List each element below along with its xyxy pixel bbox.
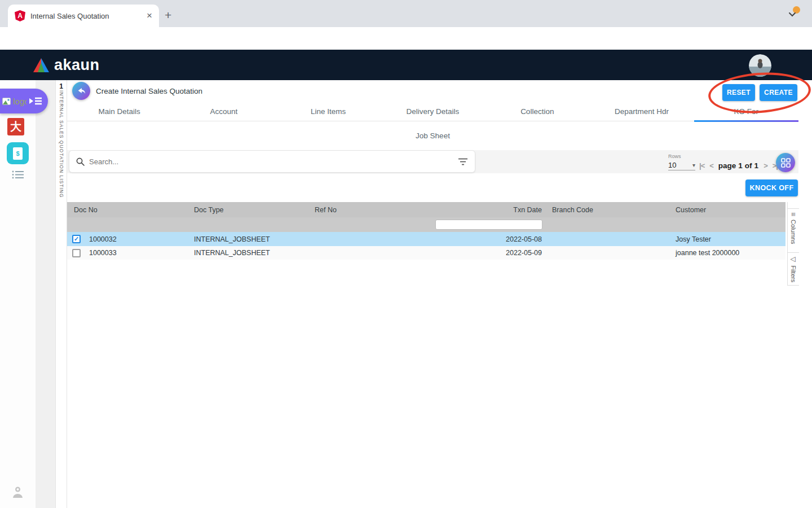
columns-lines-icon: ≡ xyxy=(789,212,797,216)
new-tab-button[interactable]: + xyxy=(165,10,171,21)
col-txn-date[interactable]: Txn Date xyxy=(417,206,545,214)
screen: A Internal Sales Quotation × + akaun.clo… xyxy=(0,0,812,508)
cell-doc-no: 1000032 xyxy=(86,235,192,243)
col-doc-type[interactable]: Doc Type xyxy=(192,206,312,214)
browser-tab-strip: A Internal Sales Quotation × + xyxy=(0,0,812,27)
subtab-job-sheet[interactable]: Job Sheet xyxy=(67,132,798,140)
filters-funnel-icon: ▽ xyxy=(789,257,797,262)
tab-line-items[interactable]: Line Items xyxy=(276,105,381,121)
grid-view-button[interactable] xyxy=(776,153,795,172)
next-page-icon[interactable]: > xyxy=(764,161,767,170)
browser-tab[interactable]: A Internal Sales Quotation × xyxy=(8,5,159,27)
table-filter-row xyxy=(67,217,785,232)
col-branch-code[interactable]: Branch Code xyxy=(545,206,671,214)
app-navbar: akaun xyxy=(0,50,812,80)
user-avatar[interactable] xyxy=(749,54,771,77)
back-circle-button[interactable] xyxy=(72,82,90,100)
tab-ko-for[interactable]: KO For xyxy=(694,105,798,121)
reset-button[interactable]: RESET xyxy=(722,84,755,101)
search-box[interactable] xyxy=(69,150,475,173)
form-tabs: Main Details Account Line Items Delivery… xyxy=(67,105,798,121)
table-header-row: Doc No Doc Type Ref No Txn Date Branch C… xyxy=(67,202,785,217)
panel-divider xyxy=(787,252,799,253)
filters-label: Filters xyxy=(790,265,797,282)
page-total: 1 xyxy=(754,161,759,170)
tab-close-icon[interactable]: × xyxy=(145,10,153,21)
cell-doc-type: INTERNAL_JOBSHEET xyxy=(192,249,312,257)
listing-index: 1 xyxy=(55,82,67,90)
sidebar-logo-pill[interactable]: logo xyxy=(0,89,48,113)
cell-txn-date: 2022-05-09 xyxy=(417,249,545,257)
cell-customer: joanne test 2000000 xyxy=(671,249,785,257)
listing-title-vertical: INTERNAL SALES QUOTATION LISTING xyxy=(59,90,64,198)
broken-image-icon xyxy=(2,98,11,105)
row-checkbox[interactable]: ✓ xyxy=(72,235,81,243)
cell-customer: Josy Tester xyxy=(671,235,785,243)
grid-icon xyxy=(781,158,791,168)
search-input[interactable] xyxy=(89,157,458,166)
cell-txn-date: 2022-05-08 xyxy=(417,235,545,243)
page-indicator: page 1 of 1 xyxy=(718,161,758,170)
cell-doc-type: INTERNAL_JOBSHEET xyxy=(192,235,312,243)
menu-collapse-icon[interactable] xyxy=(29,96,42,106)
page-current: 1 xyxy=(738,161,743,170)
rows-label: Rows xyxy=(668,154,681,159)
main-panel xyxy=(67,80,812,508)
sidebar-list-icon[interactable] xyxy=(12,170,24,182)
tab-main-details[interactable]: Main Details xyxy=(67,105,171,121)
browser-toolbar: akaun.cloud/#/applet/tnt/wavelet/erp/int… xyxy=(0,27,812,50)
table-row[interactable]: ✓ 1000033 INTERNAL_JOBSHEET 2022-05-09 j… xyxy=(67,246,785,260)
knock-off-button[interactable]: KNOCK OFF xyxy=(745,179,798,196)
dollar-document-icon: $ xyxy=(13,147,23,160)
panel-divider xyxy=(787,285,799,286)
filters-panel-tab[interactable]: ▽ Filters xyxy=(789,257,797,282)
table-row[interactable]: ✓ 1000032 INTERNAL_JOBSHEET 2022-05-08 J… xyxy=(67,232,785,246)
angular-favicon-icon: A xyxy=(15,10,25,21)
filter-list-icon[interactable] xyxy=(458,158,468,165)
columns-label: Columns xyxy=(790,220,797,244)
col-ref-no[interactable]: Ref No xyxy=(312,206,417,214)
sidebar-user-icon[interactable] xyxy=(12,486,23,501)
pagination: |< < page 1 of 1 > >| xyxy=(699,161,778,170)
akaun-triangle-icon xyxy=(33,58,50,73)
first-page-icon[interactable]: |< xyxy=(699,161,704,170)
logo-placeholder-text: logo xyxy=(13,97,27,106)
txn-date-filter-input[interactable] xyxy=(435,220,542,230)
tab-collection[interactable]: Collection xyxy=(485,105,589,121)
panel-divider xyxy=(787,208,799,209)
tab-delivery-details[interactable]: Delivery Details xyxy=(381,105,485,121)
rows-per-page-select[interactable]: 10 ▾ xyxy=(668,160,695,170)
search-icon xyxy=(76,157,85,166)
sidebar-gap xyxy=(36,80,55,508)
reply-arrow-icon xyxy=(76,86,86,95)
sidebar-app-invoice-icon[interactable]: $ xyxy=(7,142,29,164)
columns-panel-tab[interactable]: ≡ Columns xyxy=(789,212,797,244)
brand-text: akaun xyxy=(54,56,100,74)
caret-down-icon: ▾ xyxy=(692,162,695,168)
col-customer[interactable]: Customer xyxy=(671,206,785,214)
tab-title: Internal Sales Quotation xyxy=(30,12,145,20)
tab-account[interactable]: Account xyxy=(171,105,276,121)
prev-page-icon[interactable]: < xyxy=(709,161,713,170)
sidebar-app-red-icon[interactable]: 大 xyxy=(7,118,24,135)
col-doc-no[interactable]: Doc No xyxy=(67,206,192,214)
tab-search-chevron-icon[interactable] xyxy=(788,12,796,17)
row-checkbox[interactable]: ✓ xyxy=(72,249,81,257)
akaun-logo[interactable]: akaun xyxy=(33,56,100,74)
create-button[interactable]: CREATE xyxy=(760,84,797,101)
page-title: Create Internal Sales Quotation xyxy=(96,87,202,95)
tab-department-hdr[interactable]: Department Hdr xyxy=(589,105,694,121)
rows-value: 10 xyxy=(668,161,676,169)
cell-doc-no: 1000033 xyxy=(86,249,192,257)
